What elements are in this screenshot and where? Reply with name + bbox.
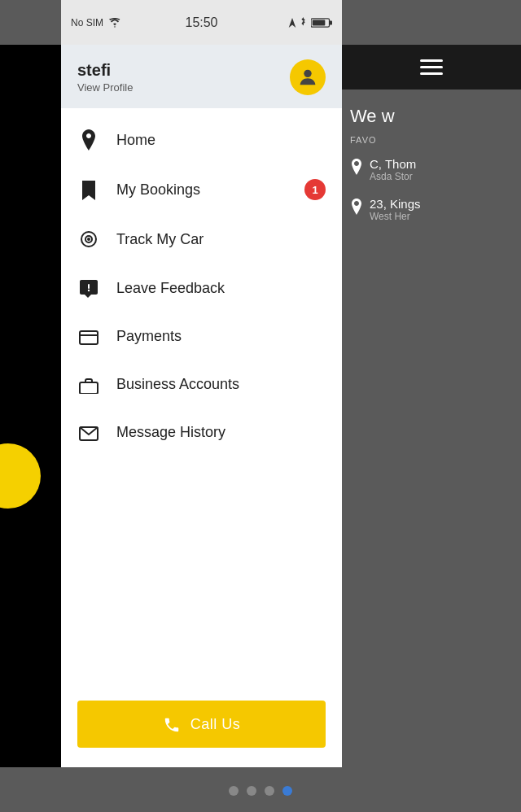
svg-rect-7 xyxy=(88,284,90,289)
hamburger-icon[interactable] xyxy=(420,59,443,75)
call-us-label: Call Us xyxy=(190,716,241,733)
phone-icon xyxy=(163,714,181,734)
svg-point-8 xyxy=(88,290,90,291)
wifi-icon xyxy=(108,18,121,28)
dot-1[interactable] xyxy=(229,786,239,796)
bookings-badge: 1 xyxy=(304,179,326,200)
fav-item-2-text: 23, Kings West Her xyxy=(370,197,421,222)
fav-item-2: 23, Kings West Her xyxy=(350,197,513,222)
svg-point-3 xyxy=(304,70,311,77)
menu-home-label: Home xyxy=(116,132,155,149)
profile-header[interactable]: stefi View Profile xyxy=(61,45,342,108)
call-us-button[interactable]: Call Us xyxy=(77,701,326,748)
status-left: No SIM xyxy=(71,17,121,28)
menu-item-my-bookings[interactable]: My Bookings 1 xyxy=(61,165,342,215)
exclamation-bubble-icon xyxy=(77,278,100,298)
location-pin-icon xyxy=(77,129,100,151)
menu-business-label: Business Accounts xyxy=(116,376,239,393)
view-profile-link[interactable]: View Profile xyxy=(77,81,133,94)
menu-feedback-label: Leave Feedback xyxy=(116,280,225,297)
credit-card-icon xyxy=(77,327,100,346)
dot-2[interactable] xyxy=(247,786,256,796)
svg-rect-9 xyxy=(80,331,98,344)
page-dots xyxy=(0,786,521,796)
svg-rect-2 xyxy=(330,20,332,24)
right-panel-header xyxy=(342,45,521,89)
menu-item-message-history[interactable]: Message History xyxy=(61,408,342,456)
svg-point-6 xyxy=(88,238,90,240)
right-panel-body: We w FAVO C, Thom Asda Stor 23, Kings We… xyxy=(342,89,521,253)
menu-item-payments[interactable]: Payments xyxy=(61,312,342,360)
briefcase-icon xyxy=(77,375,100,394)
svg-rect-1 xyxy=(313,20,326,25)
left-strip xyxy=(0,45,61,767)
right-panel: We w FAVO C, Thom Asda Stor 23, Kings We… xyxy=(342,45,521,810)
bookmark-icon xyxy=(77,180,100,200)
right-panel-greeting: We w xyxy=(350,106,513,127)
username: stefi xyxy=(77,61,133,80)
menu-track-label: Track My Car xyxy=(116,231,204,248)
menu-list: Home My Bookings 1 Track My Car xyxy=(61,108,342,688)
drawer: stefi View Profile Home xyxy=(61,45,342,767)
avatar[interactable] xyxy=(290,59,326,95)
envelope-icon xyxy=(77,423,100,442)
target-circle-icon xyxy=(77,229,100,250)
fav-label: FAVO xyxy=(350,135,513,145)
menu-item-business-accounts[interactable]: Business Accounts xyxy=(61,360,342,408)
fav-item-1: C, Thom Asda Stor xyxy=(350,157,513,182)
arrow-icon xyxy=(288,18,296,28)
status-bar: No SIM 15:50 xyxy=(61,0,342,45)
profile-info: stefi View Profile xyxy=(77,61,133,94)
menu-item-track-my-car[interactable]: Track My Car xyxy=(61,215,342,264)
battery-icon xyxy=(311,17,332,28)
menu-payments-label: Payments xyxy=(116,328,182,345)
fav-item-1-text: C, Thom Asda Stor xyxy=(370,157,416,182)
menu-bookings-label: My Bookings xyxy=(116,181,200,199)
bluetooth-icon xyxy=(300,17,308,28)
status-time: 15:50 xyxy=(185,15,217,30)
svg-rect-11 xyxy=(80,382,98,394)
dot-3[interactable] xyxy=(265,786,274,796)
carrier-label: No SIM xyxy=(71,17,103,28)
menu-message-label: Message History xyxy=(116,424,225,441)
menu-item-leave-feedback[interactable]: Leave Feedback xyxy=(61,264,342,312)
dot-4-active[interactable] xyxy=(282,786,292,796)
menu-item-home[interactable]: Home xyxy=(61,115,342,165)
left-yellow-circle xyxy=(0,443,41,509)
status-right xyxy=(288,17,332,28)
